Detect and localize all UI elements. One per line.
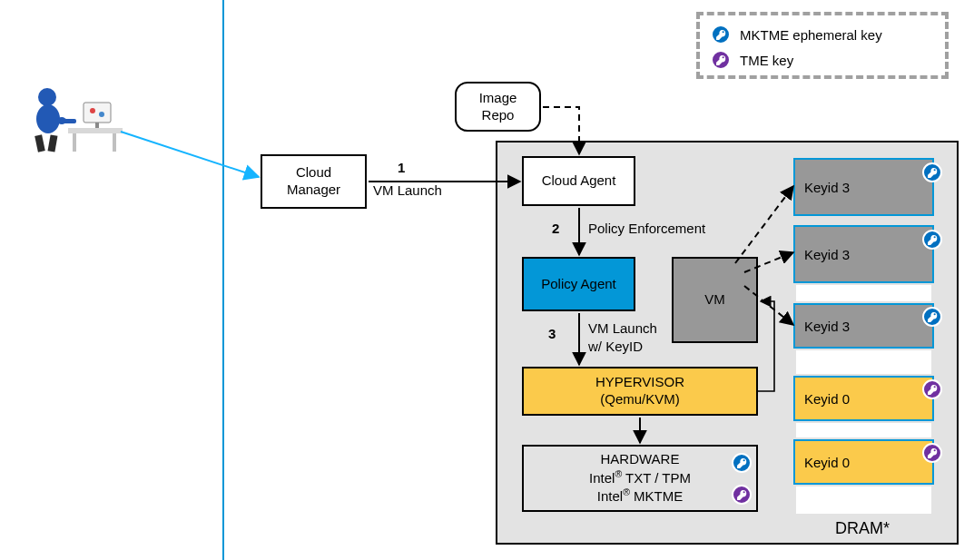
svg-point-8 <box>36 104 60 133</box>
svg-line-13 <box>121 132 259 177</box>
key-icon <box>732 453 752 473</box>
dram-cell: Keyid 3 <box>793 158 934 216</box>
cloud-agent-label: Cloud Agent <box>542 172 616 190</box>
step-1-label: VM Launch <box>373 183 442 199</box>
dram-cell: Keyid 3 <box>793 225 934 283</box>
step-2-num: 2 <box>552 221 559 237</box>
svg-rect-6 <box>95 123 99 128</box>
image-repo-label: Image Repo <box>462 90 534 124</box>
key-icon <box>922 307 942 327</box>
hypervisor-l1: HYPERVISOR <box>595 374 684 389</box>
svg-rect-0 <box>68 128 123 133</box>
key-icon <box>922 379 942 399</box>
diagram-stage: Cloud Manager Image Repo Cloud Agent Pol… <box>0 0 974 560</box>
dram-cell-label: Keyid 0 <box>804 391 850 407</box>
step-1-num: 1 <box>398 161 405 176</box>
svg-point-4 <box>90 108 95 113</box>
dram-cell-label: Keyid 3 <box>804 180 850 195</box>
hypervisor-label: HYPERVISOR (Qemu/KVM) <box>595 374 684 408</box>
dram-cell: Keyid 0 <box>793 439 934 485</box>
user-clipart <box>18 81 127 153</box>
policy-agent-label: Policy Agent <box>541 276 616 293</box>
dram-cell-label: Keyid 3 <box>804 319 850 334</box>
dram-cell: Keyid 0 <box>793 376 934 421</box>
dram-cell-label: Keyid 3 <box>804 247 850 262</box>
hypervisor-l2: (Qemu/KVM) <box>600 391 680 407</box>
step-3-num: 3 <box>548 327 556 342</box>
hardware-l1: HARDWARE <box>601 451 680 467</box>
policy-agent-box: Policy Agent <box>522 257 635 311</box>
key-icon <box>922 230 942 250</box>
svg-rect-3 <box>84 103 111 123</box>
hypervisor-box: HYPERVISOR (Qemu/KVM) <box>522 367 758 416</box>
key-icon <box>922 162 942 182</box>
legend-box: MKTME ephemeral key TME key <box>696 12 949 79</box>
svg-point-7 <box>38 88 56 106</box>
divider-line <box>222 0 224 560</box>
step-2-label: Policy Enforcement <box>588 221 705 237</box>
legend-tme-label: TME key <box>740 53 793 68</box>
svg-rect-1 <box>73 133 76 152</box>
dram-cell: Keyid 3 <box>793 303 934 349</box>
svg-rect-10 <box>34 134 45 152</box>
image-repo-box: Image Repo <box>455 82 541 132</box>
cloud-manager-box: Cloud Manager <box>261 154 367 209</box>
svg-rect-11 <box>47 134 57 152</box>
legend-mktme-label: MKTME ephemeral key <box>740 27 882 43</box>
hardware-l3: Intel® MKTME <box>597 488 683 504</box>
hardware-l2: Intel® TXT / TPM <box>589 470 691 486</box>
dram-block: Keyid 3 Keyid 3 Keyid 3 Keyid 0 Keyid 0 <box>793 158 934 514</box>
vm-label: VM <box>704 291 725 309</box>
key-icon <box>732 485 752 505</box>
step-3-label-2: w/ KeyID <box>588 339 643 355</box>
key-icon <box>711 50 731 70</box>
step-3-label-1: VM Launch <box>588 321 657 337</box>
svg-rect-12 <box>60 119 76 123</box>
hardware-label: HARDWARE Intel® TXT / TPM Intel® MKTME <box>589 451 691 506</box>
dram-title: DRAM* <box>835 520 890 538</box>
dram-cell-label: Keyid 0 <box>804 455 850 470</box>
hardware-box: HARDWARE Intel® TXT / TPM Intel® MKTME <box>522 445 758 512</box>
vm-box: VM <box>672 257 758 343</box>
cloud-agent-box: Cloud Agent <box>522 156 635 206</box>
key-icon <box>922 443 942 463</box>
cloud-manager-label: Cloud Manager <box>268 164 359 199</box>
svg-rect-2 <box>113 133 116 152</box>
key-icon <box>711 25 731 44</box>
svg-point-5 <box>99 112 104 117</box>
